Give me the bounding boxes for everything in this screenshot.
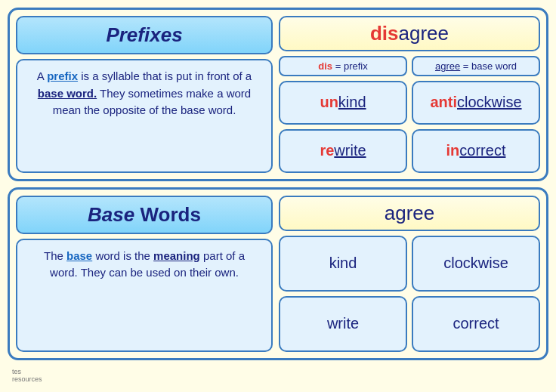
rewrite-box: rewrite: [279, 129, 407, 173]
dis-label: dis = prefix: [279, 56, 407, 76]
base-italic: Base: [88, 203, 134, 226]
dis-prefix: dis: [370, 22, 399, 45]
prefixes-left: Prefixes A prefix is a syllable that is …: [16, 16, 273, 173]
tes-sub: resources: [12, 375, 42, 383]
agree-display: agree: [385, 202, 435, 224]
kind-box: kind: [279, 236, 407, 292]
write-word: write: [327, 315, 359, 332]
agree-title-box: agree: [279, 196, 540, 231]
base-words-title-box: Base Words: [16, 196, 273, 234]
base-words-row-2: write correct: [279, 296, 540, 352]
anti-prefix: anti: [430, 94, 457, 111]
un-prefix: un: [320, 94, 338, 111]
prefix-highlight: prefix: [47, 69, 78, 82]
base-words-title: Base Words: [88, 203, 201, 226]
prefixes-title: Prefixes: [106, 23, 182, 46]
base-word-highlight: base word.: [38, 87, 97, 100]
kind-base: kind: [338, 94, 366, 111]
unkind-box: unkind: [279, 81, 407, 125]
prefixes-title-box: Prefixes: [16, 16, 273, 54]
label-row: dis = prefix agree = base word: [279, 56, 540, 76]
write-box: write: [279, 296, 407, 352]
clockwise-word: clockwise: [443, 255, 508, 272]
agree-label-base: agree: [435, 60, 460, 72]
prefix-words-row-2: rewrite incorrect: [279, 129, 540, 173]
correct-base: correct: [459, 142, 505, 159]
write-base: write: [334, 142, 366, 159]
base-words-description: The base word is the meaning part of a w…: [16, 239, 273, 353]
base-highlight: base: [66, 249, 92, 262]
dis-label-prefix: dis: [318, 60, 332, 72]
base-words-row-1: kind clockwise: [279, 236, 540, 292]
in-prefix: in: [446, 142, 460, 159]
clockwise-box: clockwise: [412, 236, 540, 292]
anticlockwise-box: anticlockwise: [412, 81, 540, 125]
agree-base: agree: [399, 22, 449, 45]
prefix-words-row-1: unkind anticlockwise: [279, 81, 540, 125]
tes-main: tes: [12, 368, 42, 375]
dis-label-rest: = prefix: [332, 60, 368, 72]
base-words-section: Base Words The base word is the meaning …: [8, 187, 548, 361]
prefixes-section: Prefixes A prefix is a syllable that is …: [8, 8, 548, 181]
tes-logo: tes resources: [12, 368, 42, 383]
base-words-left: Base Words The base word is the meaning …: [16, 196, 273, 353]
meaning-highlight: meaning: [153, 249, 200, 262]
correct-box: correct: [412, 296, 540, 352]
disagree-title-box: disagree: [279, 16, 540, 51]
base-words-right: agree kind clockwise write correct: [279, 196, 540, 353]
agree-label-rest: = base word: [460, 60, 517, 72]
footer: tes resources: [8, 366, 548, 384]
incorrect-box: incorrect: [412, 129, 540, 173]
prefixes-right: disagree dis = prefix agree = base word …: [279, 16, 540, 173]
disagree-display: disagree: [370, 22, 449, 45]
kind-word: kind: [329, 255, 357, 272]
prefixes-description: A prefix is a syllable that is put in fr…: [16, 59, 273, 173]
agree-label: agree = base word: [412, 56, 540, 76]
correct-word: correct: [453, 315, 499, 332]
re-prefix: re: [320, 142, 334, 159]
clockwise-base: clockwise: [457, 94, 522, 111]
